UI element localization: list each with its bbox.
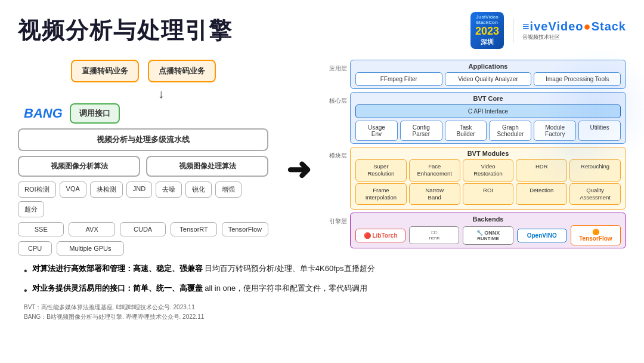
bang-row: BANG 调用接口: [24, 103, 268, 124]
core-layer: 核心层 BVT Core C API Interface UsageEnv Co…: [329, 92, 626, 144]
engine-layer: 引擎层 Backends 🔴 LibTorch □□ ncnn 🔧 ONNX: [329, 213, 626, 248]
modules-row-1: SuperResolution FaceEnhancement VideoRes…: [355, 159, 621, 182]
flow-top-row: 直播转码业务 点播转码业务: [18, 60, 268, 82]
graph-scheduler-cell: GraphScheduler: [489, 121, 531, 141]
footer-line-2: BANG：B站视频图像分析与处理引擎. 哔哩哔哩技术公众号. 2022.11: [24, 312, 620, 322]
applications-title: Applications: [355, 63, 621, 70]
retouching-cell: Retouching: [569, 159, 621, 182]
narrow-band-cell: NarrowBand: [409, 183, 460, 205]
libtorch-cell: 🔴 LibTorch: [355, 229, 405, 242]
bvt-modules-box: BVT Modules SuperResolution FaceEnhancem…: [350, 147, 626, 210]
backends-box: Backends 🔴 LibTorch □□ ncnn 🔧 ONNX RUNTI…: [350, 213, 626, 248]
live-transcode-box: 直播转码业务: [71, 60, 139, 82]
detection-cell: Detection: [516, 183, 567, 205]
image-processing-cell: Image Processing Tools: [534, 72, 621, 86]
roi-cell: ROI: [463, 183, 514, 205]
tag-roi: ROI检测: [18, 182, 56, 198]
bullet-2-rest: all in one，使用字符串和配置文件，零代码调用: [203, 284, 368, 293]
hw-sse: SSE: [18, 222, 64, 236]
bullets-section: • 对算法进行高效部署和管理：高速、稳定、强兼容 日均百万转码预分析/处理、单卡…: [18, 263, 626, 298]
bullet-dot-1: •: [24, 263, 27, 279]
brand-sub: 音视频技术社区: [522, 33, 560, 41]
footer-section: BVT：高性能多媒体算法推理基座. 哔哩哔哩技术公众号. 2023.11 BAN…: [18, 303, 626, 322]
utilities-cell: Utilities: [578, 121, 621, 141]
big-arrow: ➜: [286, 155, 311, 184]
tensorflow-cell: 🟠 TensorFlow: [571, 225, 621, 245]
tags-row: ROI检测 VQA 块检测 JND 去噪 锐化 增强 超分: [18, 182, 268, 217]
video-restoration-cell: VideoRestoration: [463, 159, 514, 182]
ncnn-cell: □□ ncnn: [409, 226, 459, 244]
tag-super: 超分: [18, 201, 44, 217]
bvt-core-box: BVT Core C API Interface UsageEnv Config…: [350, 92, 626, 144]
usage-env-cell: UsageEnv: [355, 121, 398, 141]
algo-row: 视频图像分析算法 视频图像处理算法: [18, 156, 268, 177]
bvt-modules-title: BVT Modules: [355, 150, 621, 157]
cpu-gpu-row: CPU Multiple GPUs: [18, 241, 268, 256]
bullet-dot-2: •: [24, 283, 27, 299]
video-quality-cell: Video Quality Analyzer: [445, 72, 532, 86]
header: 视频分析与处理引擎 JustVideoStackCon 2023 深圳 ≡ive…: [18, 12, 626, 49]
year-label: 2023: [475, 25, 499, 38]
module-layer: 模块层 BVT Modules SuperResolution FaceEnha…: [329, 147, 626, 210]
city-label: 深圳: [481, 38, 494, 47]
quality-assessment-cell: QualityAssessment: [569, 183, 621, 205]
left-diagram: 直播转码业务 点播转码业务 ↓ BANG 调用接口 视频分析与处理多级流水线 视…: [18, 60, 268, 256]
page: 视频分析与处理引擎 JustVideoStackCon 2023 深圳 ≡ive…: [0, 0, 644, 363]
applications-box: Applications FFmpeg Filter Video Quality…: [350, 60, 626, 89]
bullet-1: • 对算法进行高效部署和管理：高速、稳定、强兼容 日均百万转码预分析/处理、单卡…: [24, 263, 620, 279]
module-factory-cell: ModuleFactory: [534, 121, 576, 141]
backends-title: Backends: [355, 216, 621, 223]
app-layer-content: Applications FFmpeg Filter Video Quality…: [350, 60, 626, 89]
algo-analysis-box: 视频图像分析算法: [18, 156, 140, 177]
tag-jnd: JND: [126, 182, 152, 198]
hdr-cell: HDR: [516, 159, 567, 182]
app-cells-row: FFmpeg Filter Video Quality Analyzer Ima…: [355, 72, 621, 86]
page-title: 视频分析与处理引擎: [18, 16, 233, 46]
algo-processing-box: 视频图像处理算法: [146, 156, 268, 177]
core-layer-label: 核心层: [329, 92, 347, 105]
engine-layer-content: Backends 🔴 LibTorch □□ ncnn 🔧 ONNX RUNTI…: [350, 213, 626, 248]
bang-label: BANG: [24, 106, 63, 121]
bullet-1-rest: 日均百万转码预分析/处理、单卡4K60fps直播超分: [203, 264, 375, 273]
capi-cell: C API Interface: [355, 104, 621, 118]
pipeline-box: 视频分析与处理多级流水线: [18, 128, 268, 151]
logo-area: JustVideoStackCon 2023 深圳 ≡iveVideo●Stac…: [470, 12, 626, 49]
hw-row: SSE AVX CUDA TensorRT TensorFlow: [18, 222, 268, 236]
ffmpeg-filter-cell: FFmpeg Filter: [355, 72, 442, 86]
right-diagram: 应用层 Applications FFmpeg Filter Video Qua…: [329, 60, 626, 256]
core-layer-content: BVT Core C API Interface UsageEnv Config…: [350, 92, 626, 144]
module-layer-label: 模块层: [329, 147, 347, 160]
super-resolution-cell: SuperResolution: [355, 159, 407, 182]
hw-cuda: CUDA: [120, 222, 166, 236]
task-builder-cell: TaskBuilder: [445, 121, 487, 141]
modules-row-2: FrameInterpolation NarrowBand ROI Detect…: [355, 183, 621, 205]
config-parser-cell: ConfigParser: [400, 121, 442, 141]
bvt-core-title: BVT Core: [355, 95, 621, 102]
frame-interpolation-cell: FrameInterpolation: [355, 183, 407, 205]
hw-tensorrt: TensorRT: [171, 222, 216, 236]
footer-line-1: BVT：高性能多媒体算法推理基座. 哔哩哔哩技术公众号. 2023.11: [24, 303, 620, 312]
tag-block: 块检测: [90, 182, 123, 198]
bullet-2-text: 对业务提供灵活易用的接口：简单、统一、高覆盖 all in one，使用字符串和…: [32, 282, 368, 295]
hw-tensorflow: TensorFlow: [222, 222, 268, 236]
onnx-cell: 🔧 ONNX RUNTIME: [463, 226, 513, 245]
brand-name: ≡iveVideo●Stack: [522, 20, 626, 33]
divider: [513, 19, 513, 42]
tag-sharpen: 锐化: [185, 182, 212, 198]
main-content: 直播转码业务 点播转码业务 ↓ BANG 调用接口 视频分析与处理多级流水线 视…: [18, 60, 626, 256]
hw-avx: AVX: [69, 222, 114, 236]
core-cells-row: UsageEnv ConfigParser TaskBuilder GraphS…: [355, 121, 621, 141]
backends-row: 🔴 LibTorch □□ ncnn 🔧 ONNX RUNTIME OpenVI…: [355, 225, 621, 245]
face-enhancement-cell: FaceEnhancement: [409, 159, 460, 182]
gpu-box: Multiple GPUs: [57, 241, 123, 256]
vod-transcode-box: 点播转码业务: [148, 60, 216, 82]
app-layer: 应用层 Applications FFmpeg Filter Video Qua…: [329, 60, 626, 89]
event-badge: JustVideoStackCon 2023 深圳: [470, 12, 504, 49]
big-arrow-container: ➜: [283, 84, 314, 256]
engine-layer-label: 引擎层: [329, 213, 347, 226]
app-layer-label: 应用层: [329, 60, 347, 73]
flow-arrow-down: ↓: [54, 87, 268, 101]
bullet-1-bold: 对算法进行高效部署和管理：高速、稳定、强兼容: [32, 264, 203, 273]
tag-vqa: VQA: [60, 182, 86, 198]
tag-denoise: 去噪: [156, 182, 182, 198]
